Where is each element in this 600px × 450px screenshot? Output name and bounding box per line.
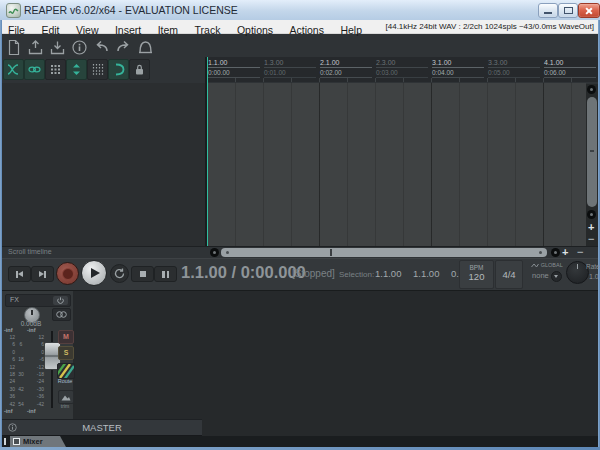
new-project-button[interactable]	[5, 39, 22, 56]
master-gain-readout[interactable]: 0.00dB	[2, 320, 60, 327]
play-button[interactable]	[81, 260, 107, 286]
dots-grid-button[interactable]	[45, 59, 66, 80]
maximize-button[interactable]	[558, 3, 578, 18]
mixer-tab-label: Mixer	[23, 436, 43, 447]
render-project-button[interactable]	[49, 39, 66, 56]
minimize-button[interactable]	[538, 3, 558, 18]
crossfade-icon	[7, 63, 20, 76]
group-icon	[70, 63, 83, 76]
menu-item[interactable]: Item	[152, 24, 184, 37]
ruler-marker: 2.3.000:03.00	[376, 58, 428, 78]
global-automation-label: GLOBAL	[525, 262, 569, 268]
selection-label: Selection:	[339, 270, 374, 279]
minimize-icon	[544, 12, 552, 14]
reaper-logo-icon	[6, 3, 21, 18]
item-grouping-button[interactable]	[66, 59, 87, 80]
bpm-label: BPM	[460, 264, 493, 271]
automation-wave-icon	[531, 263, 539, 268]
mute-button[interactable]: M	[58, 330, 74, 344]
edit-cursor[interactable]	[207, 57, 208, 246]
selection-end-value[interactable]: 1.1.00	[413, 268, 439, 279]
menu-actions[interactable]: Actions	[284, 24, 330, 37]
undo-icon	[93, 39, 110, 56]
vertical-zoom-bottom-button[interactable]	[587, 210, 596, 219]
stop-button[interactable]	[131, 266, 154, 282]
global-automation-value[interactable]: none	[525, 271, 569, 282]
lock-button[interactable]	[129, 59, 150, 80]
mixer-docker	[2, 290, 598, 437]
master-info-icon[interactable]	[8, 423, 17, 432]
go-to-start-button[interactable]	[8, 266, 31, 282]
stop-icon	[140, 271, 146, 277]
audio-device-status: [44.1kHz 24bit WAV : 2/2ch 1024spls ~43/…	[386, 22, 594, 31]
ruler-marker: 1.1.000:00.00	[208, 58, 260, 78]
time-signature-control[interactable]: 4/4	[495, 260, 523, 289]
global-automation-control[interactable]: GLOBAL none	[525, 262, 569, 286]
horizontal-scrollbar-thumb[interactable]	[221, 248, 547, 257]
hscroll-left-button[interactable]	[210, 248, 219, 257]
vertical-zoom-out-button[interactable]: −	[588, 234, 594, 244]
master-track-row[interactable]: MASTER	[2, 419, 202, 436]
pause-button[interactable]	[154, 266, 177, 282]
trim-button[interactable]	[58, 390, 74, 404]
project-settings-button[interactable]	[71, 39, 88, 56]
undo-button[interactable]	[93, 39, 110, 56]
dropdown-icon	[551, 271, 562, 282]
ruler-marker: 3.1.000:04.00	[432, 58, 484, 78]
trim-mountain-icon	[61, 394, 71, 401]
vertical-scrollbar-thumb[interactable]	[587, 97, 597, 207]
menu-view[interactable]: View	[70, 24, 105, 37]
tab-mixer[interactable]: Mixer	[10, 436, 66, 447]
link-icon	[28, 63, 41, 76]
close-button[interactable]	[578, 3, 600, 18]
metronome-button[interactable]	[137, 39, 154, 56]
fx-label: FX	[10, 296, 19, 303]
docker-tab-bar	[2, 436, 598, 447]
scrollbar-center-mark	[330, 249, 332, 256]
selection-start-value[interactable]: 1.1.00	[375, 268, 401, 279]
track-control-panel[interactable]	[2, 83, 205, 246]
metronome-icon	[137, 39, 154, 56]
playback-position-display[interactable]: 1.1.00 / 0:00.000	[181, 263, 306, 282]
ripple-editing-button[interactable]	[108, 59, 129, 80]
menu-file[interactable]: File	[2, 24, 31, 37]
route-button[interactable]	[57, 363, 75, 379]
meter-inf-label: -inf	[4, 327, 13, 333]
rate-value[interactable]: 1.0	[589, 273, 599, 280]
bpm-control[interactable]: BPM 120	[459, 260, 494, 289]
menu-options[interactable]: Options	[231, 24, 279, 37]
scroll-hint-text: Scroll timeline	[8, 248, 52, 255]
title-bar[interactable]: REAPER v6.02/x64 - EVALUATION LICENSE	[0, 0, 600, 21]
envelope-link-button[interactable]	[24, 59, 45, 80]
info-icon	[71, 39, 88, 56]
divider	[2, 246, 598, 247]
timeline-ruler[interactable]: 1.1.000:00.00 1.3.000:01.00 2.1.000:02.0…	[207, 57, 598, 82]
hscroll-right-button[interactable]	[551, 248, 560, 257]
record-button[interactable]	[56, 262, 79, 285]
arrange-view[interactable]	[207, 83, 586, 246]
horizontal-zoom-out-button[interactable]: −	[577, 247, 583, 257]
vertical-zoom-top-button[interactable]	[587, 85, 596, 94]
fx-bypass-button[interactable]	[53, 296, 68, 305]
solo-button[interactable]: S	[58, 346, 74, 360]
route-icon	[58, 364, 74, 378]
redo-button[interactable]	[115, 39, 132, 56]
repeat-button[interactable]	[110, 264, 129, 283]
fx-chain-button[interactable]: FX	[5, 294, 71, 307]
bpm-value[interactable]: 120	[460, 271, 493, 282]
auto-crossfade-button[interactable]	[3, 59, 24, 80]
menu-edit[interactable]: Edit	[35, 24, 65, 37]
redo-icon	[115, 39, 132, 56]
ruler-marker: 3.3.000:05.00	[488, 58, 540, 78]
horizontal-zoom-in-button[interactable]: +	[562, 247, 568, 257]
menu-track[interactable]: Track	[189, 24, 227, 37]
vertical-zoom-in-button[interactable]: +	[588, 222, 594, 232]
stereo-width-icon	[56, 311, 67, 318]
menu-insert[interactable]: Insert	[109, 24, 147, 37]
menu-help[interactable]: Help	[334, 24, 368, 37]
save-project-button[interactable]	[27, 39, 44, 56]
snap-grid-button[interactable]	[87, 59, 108, 80]
ruler-marker: 1.3.000:01.00	[264, 58, 316, 78]
go-to-end-button[interactable]	[31, 266, 54, 282]
rate-label: Rate:	[586, 263, 600, 270]
